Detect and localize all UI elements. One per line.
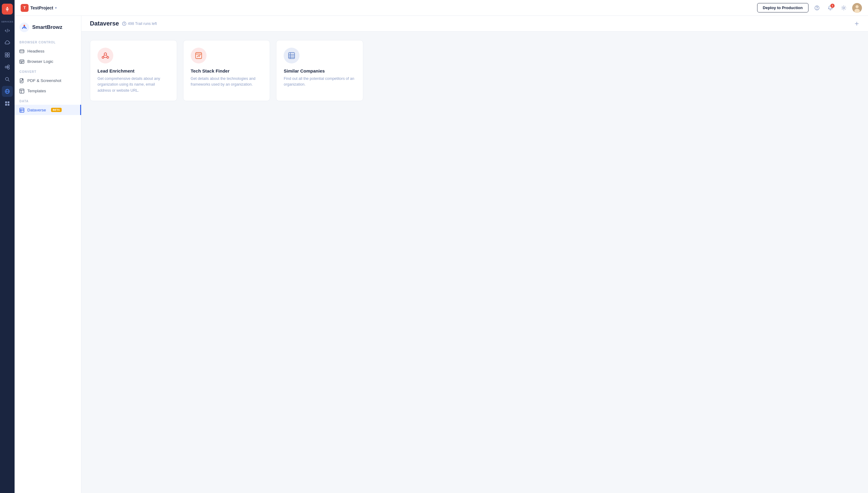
svg-line-12 — [8, 80, 9, 81]
svg-rect-16 — [5, 101, 7, 103]
lead-enrichment-icon-wrap — [98, 48, 113, 63]
svg-point-47 — [124, 23, 124, 23]
svg-rect-56 — [289, 52, 295, 59]
browser-logic-label: Browser Logic — [27, 59, 54, 64]
svg-rect-19 — [7, 104, 9, 106]
top-header: T TestProject ▾ Deploy to Production 1 — [15, 0, 868, 16]
settings-button[interactable] — [839, 3, 849, 13]
svg-line-1 — [7, 29, 7, 33]
deploy-to-production-button[interactable]: Deploy to Production — [757, 3, 808, 13]
beta-badge: BETA — [51, 108, 62, 112]
dataverse-label: Dataverse — [27, 108, 46, 112]
lead-enrichment-title: Lead Enrichment — [98, 68, 169, 73]
svg-line-10 — [7, 67, 7, 68]
app-container: T TestProject ▾ Deploy to Production 1 — [15, 0, 868, 493]
sidebar-item-pdf-screenshot[interactable]: PDF & Screenshot — [15, 75, 81, 86]
svg-rect-5 — [7, 55, 9, 57]
similar-companies-desc: Find out all the potential competitors o… — [284, 76, 356, 88]
brand-row: SmartBrowz — [15, 21, 81, 37]
tech-stack-finder-title: Tech Stack Finder — [191, 68, 263, 73]
body-layout: SmartBrowz BROWSER CONTROL Headless — [15, 16, 868, 493]
svg-rect-38 — [20, 89, 24, 93]
tech-stack-finder-desc: Get details about the technologies and f… — [191, 76, 263, 88]
svg-point-50 — [107, 57, 109, 58]
svg-rect-4 — [5, 55, 7, 57]
svg-point-27 — [24, 25, 25, 26]
svg-rect-3 — [7, 53, 9, 55]
avatar[interactable] — [852, 3, 862, 13]
page-header-expand-icon[interactable] — [854, 20, 860, 27]
rail-cloud-icon[interactable] — [2, 37, 13, 48]
sidebar-item-browser-logic[interactable]: Browser Logic — [15, 56, 81, 66]
svg-rect-2 — [5, 53, 7, 55]
browser-control-section-label: BROWSER CONTROL — [15, 37, 81, 46]
browser-logic-icon — [19, 59, 24, 64]
headless-icon — [19, 48, 24, 54]
sidebar-item-headless[interactable]: Headless — [15, 46, 81, 56]
help-button[interactable] — [812, 3, 822, 13]
svg-point-7 — [7, 65, 9, 67]
svg-point-24 — [855, 5, 859, 8]
project-icon: T — [21, 4, 28, 12]
trail-runs-left: 498 Trail runs left — [128, 22, 157, 26]
svg-line-52 — [107, 55, 107, 57]
svg-line-9 — [7, 66, 7, 67]
svg-point-49 — [102, 57, 104, 58]
svg-point-0 — [7, 10, 8, 12]
templates-label: Templates — [27, 89, 46, 93]
pdf-screenshot-icon — [19, 78, 24, 83]
data-section-label: DATA — [15, 96, 81, 105]
notifications-button[interactable]: 1 — [825, 3, 835, 13]
project-selector[interactable]: T TestProject ▾ — [21, 4, 57, 12]
rail-dots-icon[interactable] — [2, 98, 13, 109]
icon-rail: Services — [0, 0, 15, 493]
project-name: TestProject — [30, 5, 53, 10]
svg-point-6 — [5, 66, 7, 68]
cards-grid: Lead Enrichment Get comprehensive detail… — [90, 40, 363, 101]
page-header: Dataverse 498 Trail runs left — [81, 16, 868, 31]
page-title: Dataverse — [90, 20, 119, 27]
notification-badge: 1 — [830, 4, 834, 8]
rail-globe-icon[interactable] — [2, 86, 13, 97]
pdf-screenshot-label: PDF & Screenshot — [27, 78, 61, 83]
similar-companies-title: Similar Companies — [284, 68, 356, 73]
sidebar-item-templates[interactable]: Templates — [15, 86, 81, 96]
svg-line-51 — [104, 55, 104, 57]
brand-name: SmartBrowz — [32, 24, 62, 30]
tech-stack-finder-icon-wrap — [191, 48, 207, 63]
svg-point-8 — [7, 67, 9, 69]
cards-area: Lead Enrichment Get comprehensive detail… — [81, 31, 868, 110]
svg-rect-41 — [20, 108, 24, 112]
similar-companies-icon-wrap — [284, 48, 299, 63]
svg-point-22 — [843, 7, 845, 9]
headless-label: Headless — [27, 49, 44, 53]
rail-grid-icon[interactable] — [2, 49, 13, 60]
brand-logo-icon — [19, 22, 29, 32]
svg-point-21 — [817, 9, 817, 9]
templates-icon — [19, 88, 24, 93]
svg-rect-18 — [5, 104, 7, 106]
main-content: Dataverse 498 Trail runs left — [81, 16, 868, 493]
tech-stack-finder-card[interactable]: Tech Stack Finder Get details about the … — [183, 40, 270, 101]
sidebar: SmartBrowz BROWSER CONTROL Headless — [15, 16, 81, 493]
chevron-down-icon: ▾ — [55, 6, 57, 10]
trail-info: 498 Trail runs left — [122, 21, 157, 26]
sidebar-item-dataverse[interactable]: Dataverse BETA — [15, 105, 81, 115]
rail-search-icon[interactable] — [2, 74, 13, 85]
svg-rect-29 — [20, 50, 24, 53]
info-icon — [122, 21, 126, 26]
convert-section-label: CONVERT — [15, 66, 81, 75]
similar-companies-card[interactable]: Similar Companies Find out all the poten… — [276, 40, 363, 101]
rail-code-icon[interactable] — [2, 25, 13, 36]
dataverse-icon — [19, 107, 24, 113]
svg-point-11 — [5, 78, 8, 81]
lead-enrichment-card[interactable]: Lead Enrichment Get comprehensive detail… — [90, 40, 177, 101]
svg-rect-17 — [7, 101, 9, 103]
rail-logo-icon[interactable] — [2, 4, 13, 15]
lead-enrichment-desc: Get comprehensive details about any orga… — [98, 76, 169, 93]
rail-puzzle-icon[interactable] — [2, 62, 13, 72]
services-label: Services — [1, 21, 13, 23]
